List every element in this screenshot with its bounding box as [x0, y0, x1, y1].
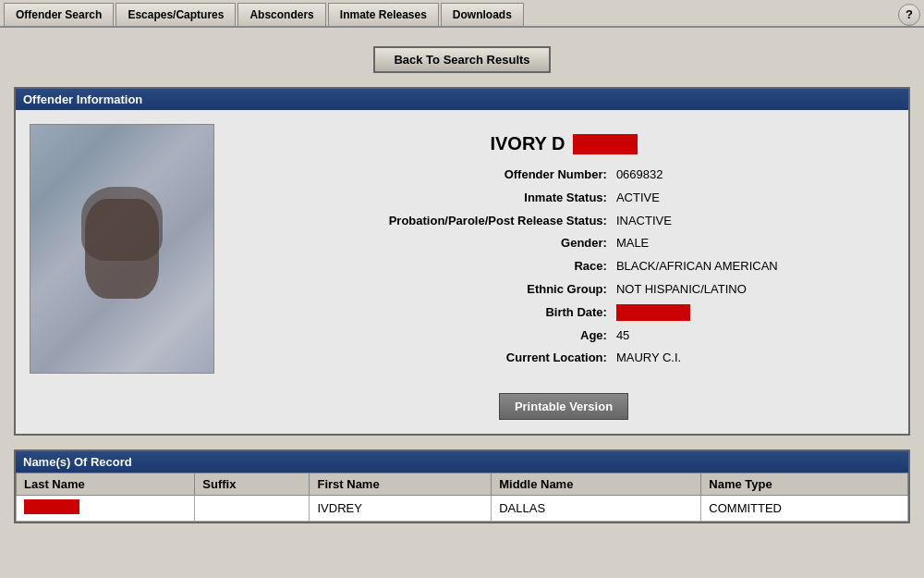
- printable-btn-container: Printable Version: [233, 379, 894, 420]
- back-to-search-button[interactable]: Back To Search Results: [373, 46, 550, 73]
- detail-value: 45: [613, 325, 894, 348]
- last-name-cell: [17, 496, 195, 522]
- detail-label: Ethnic Group:: [233, 278, 613, 301]
- names-table-row: IVDREYDALLASCOMMITTED: [17, 496, 908, 522]
- detail-row: Probation/Parole/Post Release Status:INA…: [233, 210, 894, 233]
- names-col-header: Middle Name: [492, 473, 701, 496]
- suffix-cell: [195, 496, 310, 522]
- names-of-record-panel: Name(s) Of Record Last NameSuffixFirst N…: [14, 449, 910, 523]
- detail-label: Age:: [233, 325, 613, 348]
- detail-value: NOT HISPANIC/LATINO: [613, 278, 894, 301]
- detail-label: Offender Number:: [233, 164, 613, 187]
- first-name-cell: IVDREY: [310, 496, 492, 522]
- offender-info-header: Offender Information: [16, 89, 908, 110]
- offender-name-row: IVORY D: [233, 133, 894, 154]
- middle-name-cell: DALLAS: [492, 496, 701, 522]
- offender-detail-table: Offender Number:0669832Inmate Status:ACT…: [233, 164, 894, 370]
- tab-absconders[interactable]: Absconders: [237, 3, 325, 26]
- detail-row: Current Location:MAURY C.I.: [233, 347, 894, 370]
- names-col-header: Name Type: [701, 473, 908, 496]
- offender-name: IVORY D: [490, 133, 565, 154]
- offender-details: IVORY D Offender Number:0669832Inmate St…: [233, 124, 894, 420]
- detail-row: Birth Date:: [233, 301, 894, 325]
- detail-value: MALE: [613, 232, 894, 255]
- printable-version-button[interactable]: Printable Version: [499, 393, 628, 420]
- detail-label: Race:: [233, 255, 613, 278]
- detail-value: BLACK/AFRICAN AMERICAN: [613, 255, 894, 278]
- birth-date-redacted: [616, 304, 690, 321]
- detail-value: INACTIVE: [613, 210, 894, 233]
- tab-offender-search[interactable]: Offender Search: [4, 3, 114, 26]
- name-type-cell: COMMITTED: [701, 496, 908, 522]
- names-col-header: First Name: [310, 473, 492, 496]
- detail-row: Race:BLACK/AFRICAN AMERICAN: [233, 255, 894, 278]
- names-col-header: Suffix: [195, 473, 310, 496]
- offender-info-body: IVORY D Offender Number:0669832Inmate St…: [16, 110, 908, 434]
- detail-value: MAURY C.I.: [613, 347, 894, 370]
- main-content: Back To Search Results Offender Informat…: [0, 28, 924, 578]
- detail-label: Birth Date:: [233, 301, 613, 325]
- detail-label: Inmate Status:: [233, 187, 613, 210]
- detail-value: [613, 301, 894, 325]
- detail-value: ACTIVE: [613, 187, 894, 210]
- detail-label: Current Location:: [233, 347, 613, 370]
- names-table: Last NameSuffixFirst NameMiddle NameName…: [16, 473, 908, 522]
- tab-inmate-releases[interactable]: Inmate Releases: [328, 3, 439, 26]
- detail-row: Offender Number:0669832: [233, 164, 894, 187]
- detail-row: Gender:MALE: [233, 232, 894, 255]
- top-navigation: Offender Search Escapes/Captures Abscond…: [0, 0, 924, 28]
- detail-value: 0669832: [613, 164, 894, 187]
- names-of-record-header: Name(s) Of Record: [16, 451, 908, 473]
- detail-label: Probation/Parole/Post Release Status:: [233, 210, 613, 233]
- tab-downloads[interactable]: Downloads: [441, 3, 524, 26]
- offender-info-panel: Offender Information IVORY D Offender Nu…: [14, 87, 910, 436]
- names-table-body: Last NameSuffixFirst NameMiddle NameName…: [16, 473, 908, 522]
- tab-escapes-captures[interactable]: Escapes/Captures: [116, 3, 236, 26]
- help-button[interactable]: ?: [898, 4, 920, 26]
- detail-label: Gender:: [233, 232, 613, 255]
- offender-photo: [30, 124, 214, 374]
- offender-name-redacted: [573, 134, 638, 154]
- last-name-redacted: [24, 499, 79, 514]
- detail-row: Age:45: [233, 325, 894, 348]
- back-button-container: Back To Search Results: [14, 46, 910, 73]
- names-col-header: Last Name: [17, 473, 195, 496]
- detail-row: Inmate Status:ACTIVE: [233, 187, 894, 210]
- detail-row: Ethnic Group:NOT HISPANIC/LATINO: [233, 278, 894, 301]
